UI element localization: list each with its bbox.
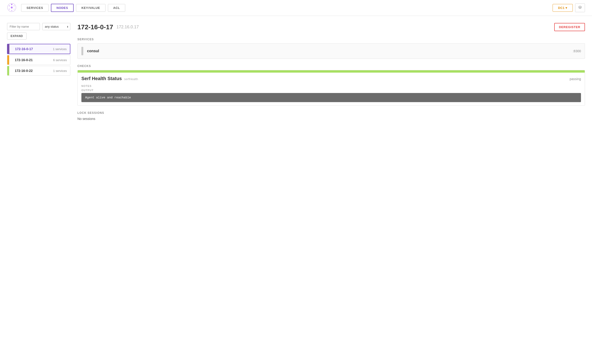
node-item[interactable]: 172-16-0-21 6 services xyxy=(7,55,70,65)
logo xyxy=(7,3,19,13)
check-id: serfHealth xyxy=(124,77,138,81)
settings-button[interactable] xyxy=(575,4,585,12)
service-port: :8300 xyxy=(573,49,581,53)
lock-sessions-section: LOCK SESSIONS No sessions xyxy=(77,111,585,121)
service-status-bar xyxy=(81,47,83,55)
checks-section-label: CHECKS xyxy=(77,65,585,68)
node-name: 172-16-0-17 xyxy=(15,47,33,51)
expand-button[interactable]: EXPAND xyxy=(7,32,27,39)
check-card: Serf Health Status serfHealth passing NO… xyxy=(77,70,585,106)
status-filter-wrapper: any status passing warning critical xyxy=(42,23,70,30)
no-sessions-text: No sessions xyxy=(77,117,585,121)
svg-point-2 xyxy=(13,5,14,6)
svg-point-4 xyxy=(11,10,13,11)
svg-point-7 xyxy=(11,6,13,8)
services-nav-button[interactable]: SERVICES xyxy=(21,4,48,12)
svg-point-1 xyxy=(11,4,13,5)
node-item[interactable]: 172-16-0-17 1 services xyxy=(7,44,70,54)
svg-point-3 xyxy=(13,9,14,10)
acl-nav-button[interactable]: ACL xyxy=(108,4,126,12)
deregister-button[interactable]: DEREGISTER xyxy=(554,23,585,31)
svg-point-6 xyxy=(9,5,10,6)
check-output-block: Agent alive and reachable xyxy=(81,93,581,102)
node-detail-ip: 172.16.0.17 xyxy=(117,25,139,30)
svg-point-8 xyxy=(579,7,580,8)
node-services-count: 1 services xyxy=(53,47,67,51)
filter-row: any status passing warning critical EXPA… xyxy=(7,23,70,39)
lock-sessions-label: LOCK SESSIONS xyxy=(77,111,585,115)
node-status-bar xyxy=(7,66,9,75)
node-status-bar xyxy=(7,55,9,65)
check-output-label: OUTPUT xyxy=(81,89,581,91)
node-services-count: 6 services xyxy=(53,58,67,62)
node-item[interactable]: 172-16-0-22 1 services xyxy=(7,66,70,76)
check-status-bar xyxy=(78,70,585,73)
service-name: consul xyxy=(87,49,99,53)
dc-selector-button[interactable]: DC1 ▾ xyxy=(553,4,573,12)
nodes-nav-button[interactable]: NODES xyxy=(51,4,74,12)
gear-icon xyxy=(578,6,582,9)
right-panel: 172-16-0-17 172.16.0.17 DEREGISTER SERVI… xyxy=(77,23,585,357)
check-name: Serf Health Status xyxy=(81,76,122,81)
left-panel: any status passing warning critical EXPA… xyxy=(7,23,70,357)
checks-section: CHECKS Serf Health Status serfHealth pas… xyxy=(77,65,585,106)
node-detail-header: 172-16-0-17 172.16.0.17 DEREGISTER xyxy=(77,23,585,31)
filter-name-input[interactable] xyxy=(7,23,40,30)
keyvalue-nav-button[interactable]: KEY/VALUE xyxy=(76,4,105,12)
main-layout: any status passing warning critical EXPA… xyxy=(0,16,592,364)
node-detail-title: 172-16-0-17 xyxy=(77,23,113,31)
check-notes-label: NOTES xyxy=(81,84,581,87)
services-section: SERVICES consul :8300 xyxy=(77,38,585,59)
status-filter-select[interactable]: any status passing warning critical xyxy=(42,23,70,30)
node-status-bar xyxy=(7,44,9,54)
node-name: 172-16-0-21 xyxy=(15,58,33,62)
check-status-text: passing xyxy=(570,77,581,81)
service-row: consul :8300 xyxy=(77,43,585,59)
nav-bar: SERVICES NODES KEY/VALUE ACL DC1 ▾ xyxy=(0,0,592,16)
check-card-body: Serf Health Status serfHealth passing NO… xyxy=(78,73,585,105)
services-section-label: SERVICES xyxy=(77,38,585,41)
svg-point-5 xyxy=(9,9,10,10)
node-name: 172-16-0-22 xyxy=(15,69,33,73)
node-list: 172-16-0-17 1 services 172-16-0-21 6 ser… xyxy=(7,44,70,76)
check-title-row: Serf Health Status serfHealth passing xyxy=(81,76,581,81)
node-services-count: 1 services xyxy=(53,69,67,73)
